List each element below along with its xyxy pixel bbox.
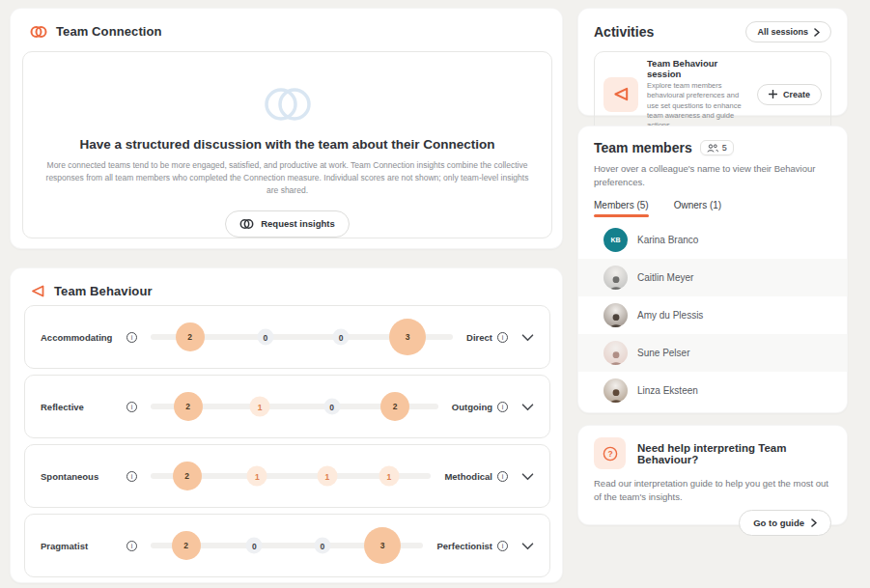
connection-body-text: More connected teams tend to be more eng… <box>42 159 533 198</box>
chevron-right-icon <box>814 28 820 37</box>
tab-owners[interactable]: Owners (1) <box>674 200 721 217</box>
behaviour-triangle-icon <box>612 86 630 102</box>
member-row[interactable]: Amy du Plessis <box>578 296 847 334</box>
request-insights-label: Request insights <box>261 218 335 229</box>
behaviour-track: 2003 <box>151 543 423 548</box>
members-tabs: Members (5)Owners (1) <box>594 200 831 217</box>
behaviour-bubble: 0 <box>314 538 330 554</box>
person-silhouette-icon <box>606 311 625 327</box>
behaviour-bubble: 1 <box>379 466 399 487</box>
svg-text:?: ? <box>607 449 612 459</box>
behaviour-left-label: Reflective <box>41 402 122 412</box>
info-icon[interactable]: i <box>126 402 137 412</box>
behaviour-track: 2111 <box>151 473 431 479</box>
people-icon <box>707 144 718 153</box>
row-expand-chevron[interactable] <box>521 398 534 415</box>
row-expand-chevron[interactable] <box>521 467 534 485</box>
behaviour-right-label: Outgoing <box>452 402 492 412</box>
info-icon[interactable]: i <box>126 471 137 482</box>
team-behaviour-header: Team Behaviour <box>11 268 562 298</box>
activities-card: Activities All sessions Team Behaviour s… <box>577 8 848 116</box>
behaviour-bubble: 2 <box>380 392 409 421</box>
tab-members[interactable]: Members (5) <box>594 200 649 217</box>
behaviour-bubble: 2 <box>174 392 203 421</box>
member-name: Sune Pelser <box>637 348 689 358</box>
go-to-guide-label: Go to guide <box>753 518 804 528</box>
chevron-down-icon[interactable] <box>521 334 534 342</box>
all-sessions-button[interactable]: All sessions <box>745 21 831 42</box>
plus-icon <box>769 90 777 98</box>
team-members-subtitle: Hover over a colleague's name to view th… <box>594 162 816 190</box>
avatar <box>603 266 628 290</box>
member-count-badge: 5 <box>700 140 734 155</box>
connection-heading: Have a structured discussion with the te… <box>23 137 551 152</box>
help-title: Need help interpreting Team Behaviour? <box>637 442 831 465</box>
behaviour-row: Reflectivei2102Outgoingi <box>24 375 550 438</box>
behaviour-bubble: 1 <box>247 466 267 487</box>
member-count: 5 <box>722 143 727 153</box>
behaviour-track: 2102 <box>151 404 438 409</box>
create-session-button[interactable]: Create <box>757 84 822 105</box>
go-to-guide-button[interactable]: Go to guide <box>739 510 831 536</box>
team-behaviour-card: Team Behaviour Accommodatingi2003Directi… <box>10 267 563 583</box>
info-icon[interactable]: i <box>497 402 508 412</box>
info-icon[interactable]: i <box>497 541 508 551</box>
behaviour-right-label: Perfectionist <box>436 541 492 551</box>
behaviour-left-label: Pragmatist <box>41 541 122 551</box>
behaviour-bubble: 1 <box>250 397 270 417</box>
info-icon[interactable]: i <box>497 471 508 482</box>
row-expand-chevron[interactable] <box>521 537 534 554</box>
behaviour-bubble: 0 <box>333 329 350 346</box>
person-silhouette-icon <box>606 273 625 290</box>
behaviour-bubble: 2 <box>172 531 201 560</box>
avatar <box>603 303 628 327</box>
behaviour-right-label: Direct <box>466 332 492 343</box>
member-row[interactable]: Sune Pelser <box>578 334 847 372</box>
request-insights-button[interactable]: Request insights <box>225 210 350 238</box>
connection-empty-state: Have a structured discussion with the te… <box>22 51 552 238</box>
help-icon-box: ? <box>594 437 626 469</box>
chevron-right-icon <box>811 518 817 527</box>
rings-icon <box>239 218 254 230</box>
team-behaviour-title: Team Behaviour <box>54 284 153 298</box>
all-sessions-label: All sessions <box>757 27 808 37</box>
info-icon[interactable]: i <box>126 332 137 343</box>
member-name: Caitlin Meyer <box>637 272 693 283</box>
behaviour-bubble: 0 <box>323 399 340 415</box>
member-row[interactable]: KBKarina Branco <box>578 221 847 259</box>
behaviour-bubble: 2 <box>176 322 205 351</box>
row-expand-chevron[interactable] <box>521 328 534 346</box>
member-name: Linza Eksteen <box>637 385 698 396</box>
behaviour-left-label: Accommodating <box>41 332 122 343</box>
chevron-down-icon[interactable] <box>521 473 534 481</box>
behaviour-bubble: 3 <box>389 319 426 355</box>
member-row[interactable]: Caitlin Meyer <box>578 259 847 296</box>
help-body-text: Read our interpretation guide to help yo… <box>594 477 831 504</box>
question-mark-icon: ? <box>603 446 618 462</box>
team-members-card: Team members 5 Hover over a colleague's … <box>577 126 848 413</box>
member-row[interactable]: Linza Eksteen <box>578 372 847 409</box>
team-connection-title: Team Connection <box>56 24 162 39</box>
behaviour-right-label: Methodical <box>444 471 492 482</box>
behaviour-left-label: Spontaneous <box>41 471 122 482</box>
behaviour-row: Pragmatisti2003Perfectionisti <box>24 514 550 577</box>
behaviour-bubble: 1 <box>317 466 337 487</box>
team-connection-header: Team Connection <box>11 9 562 39</box>
behaviour-triangle-icon <box>30 284 45 298</box>
behaviour-bubble: 2 <box>173 462 202 490</box>
chevron-down-icon[interactable] <box>521 404 534 411</box>
member-name: Amy du Plessis <box>637 310 703 321</box>
session-icon-box <box>603 77 638 112</box>
behaviour-row: Spontaneousi2111Methodicali <box>24 444 550 508</box>
connection-rings-icon <box>30 25 47 39</box>
connection-watermark-icon <box>261 85 315 124</box>
member-name: Karina Branco <box>637 235 698 245</box>
session-description: Explore team members behavioural prefere… <box>647 81 748 131</box>
behaviour-bubble: 3 <box>364 527 401 564</box>
avatar <box>603 378 628 403</box>
chevron-down-icon[interactable] <box>521 543 534 550</box>
person-silhouette-icon <box>606 386 625 403</box>
info-icon[interactable]: i <box>497 332 508 343</box>
info-icon[interactable]: i <box>126 541 137 551</box>
create-label: Create <box>783 90 810 99</box>
